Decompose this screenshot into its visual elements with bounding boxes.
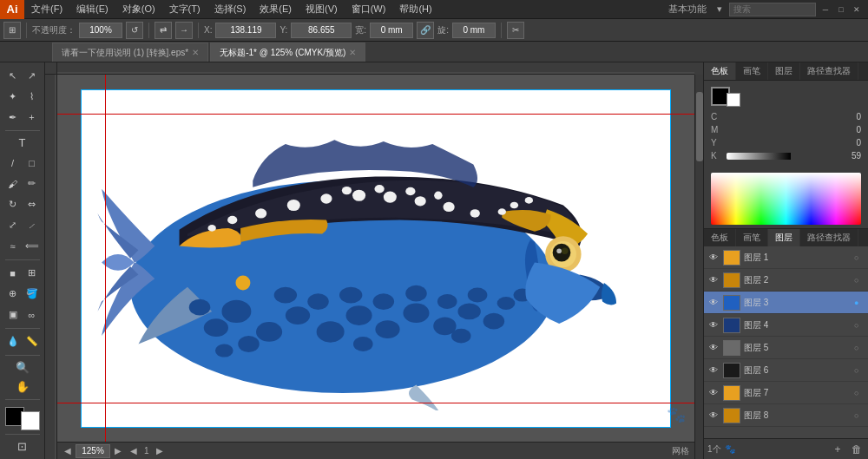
direct-selection-tool[interactable]: ↗ xyxy=(23,66,41,85)
layer-eye-2[interactable]: 👁 xyxy=(707,274,720,286)
tab-pathfinder[interactable]: 路径查找器 xyxy=(800,62,858,80)
delete-layer-btn[interactable]: 🗑 xyxy=(849,442,865,457)
layer-link-1[interactable]: ○ xyxy=(854,253,865,262)
layer-link-4[interactable]: ○ xyxy=(854,321,865,330)
menu-view[interactable]: 视图(V) xyxy=(299,0,345,19)
reflect-tool[interactable]: ⇔ xyxy=(23,195,41,214)
scrollbar-thumb-vertical[interactable] xyxy=(696,92,703,161)
k-slider-track[interactable] xyxy=(727,153,835,160)
width-tool[interactable]: ⟸ xyxy=(23,237,41,256)
lasso-tool[interactable]: ⌇ xyxy=(23,87,41,106)
tab-file2[interactable]: 无标题-1* @ 125% (CMYK/预览) ✕ xyxy=(210,43,365,62)
background-color[interactable] xyxy=(21,411,40,430)
y-input[interactable] xyxy=(291,23,352,38)
transform-icon[interactable]: ⇄ xyxy=(155,22,172,39)
layer-row-8[interactable]: 👁 图层 8 ○ xyxy=(704,404,868,427)
rect-tool[interactable]: □ xyxy=(23,154,41,173)
scissors-icon[interactable]: ✂ xyxy=(507,22,524,39)
menu-select[interactable]: 选择(S) xyxy=(207,0,253,19)
tab-swatches[interactable]: 色板 xyxy=(704,62,736,80)
layers-tab-swatches[interactable]: 色板 xyxy=(704,229,736,246)
screen-mode-btn[interactable]: ⊡ xyxy=(3,438,42,456)
layer-eye-8[interactable]: 👁 xyxy=(707,410,720,422)
layers-tab-pathfinder[interactable]: 路径查找器 xyxy=(800,229,858,246)
mesh-tool[interactable]: ⊞ xyxy=(23,264,41,283)
blend-tool[interactable]: ∞ xyxy=(23,305,41,325)
rotate-tool[interactable]: ↻ xyxy=(3,195,22,214)
zoom-out-btn[interactable]: ◀ xyxy=(62,446,73,456)
tab-file1[interactable]: 请看一下使用说明 (1) [转换].eps* ✕ xyxy=(52,43,208,62)
layer-row-3[interactable]: 👁 图层 3 ● xyxy=(704,292,868,314)
canvas-area[interactable]: ◀ ▶ ◀ 1 ▶ 网格 🐾 xyxy=(57,75,694,459)
layer-row-5[interactable]: 👁 图层 5 ○ xyxy=(704,337,868,359)
add-anchor-tool[interactable]: + xyxy=(23,108,41,127)
layer-eye-5[interactable]: 👁 xyxy=(707,342,720,354)
pencil-tool[interactable]: ✏ xyxy=(23,174,41,193)
zoom-in-btn[interactable]: ▶ xyxy=(113,446,123,456)
eyedropper-tool[interactable]: 💧 xyxy=(3,332,22,351)
menu-window[interactable]: 窗口(W) xyxy=(345,0,393,19)
layer-eye-7[interactable]: 👁 xyxy=(707,387,720,399)
layer-eye-6[interactable]: 👁 xyxy=(707,364,720,377)
w-input[interactable] xyxy=(370,23,413,38)
pen-tool[interactable]: ✒ xyxy=(3,108,22,127)
tab-layers[interactable]: 图层 xyxy=(768,62,800,80)
perspective-tool[interactable]: ▣ xyxy=(3,305,22,325)
layer-row-4[interactable]: 👁 图层 4 ○ xyxy=(704,314,868,337)
right-scrollbar[interactable] xyxy=(694,75,703,459)
layer-row-1[interactable]: 👁 图层 1 ○ xyxy=(704,246,868,269)
layer-row-6[interactable]: 👁 图层 6 ○ xyxy=(704,359,868,382)
menu-object[interactable]: 对象(O) xyxy=(115,0,162,19)
warp-tool[interactable]: ≈ xyxy=(3,237,22,256)
reset-icon[interactable]: ↺ xyxy=(126,22,143,39)
layer-link-6[interactable]: ○ xyxy=(854,366,865,375)
c-slider-track[interactable] xyxy=(727,114,835,121)
layer-row-7[interactable]: 👁 图层 7 ○ xyxy=(704,382,868,404)
line-tool[interactable]: / xyxy=(3,154,22,173)
page-nav-prev[interactable]: ◀ xyxy=(130,446,137,456)
layer-row-2[interactable]: 👁 图层 2 ○ xyxy=(704,269,868,292)
gradient-tool[interactable]: ■ xyxy=(3,264,22,283)
layer-link-5[interactable]: ○ xyxy=(854,344,865,352)
menu-edit[interactable]: 编辑(E) xyxy=(69,0,115,19)
arrow-icon[interactable]: → xyxy=(175,22,193,39)
tab-file1-close[interactable]: ✕ xyxy=(192,48,199,57)
menu-file[interactable]: 文件(F) xyxy=(24,0,69,19)
layers-tab-layers[interactable]: 图层 xyxy=(768,229,800,246)
transparency-input[interactable] xyxy=(79,23,122,38)
link-icon[interactable]: 🔗 xyxy=(417,22,434,39)
grid-tool-btn[interactable]: ⊞ xyxy=(3,22,21,39)
layer-eye-1[interactable]: 👁 xyxy=(707,252,720,264)
shape-builder-tool[interactable]: ⊕ xyxy=(3,285,22,304)
menu-text[interactable]: 文字(T) xyxy=(162,0,207,19)
color-spectrum[interactable] xyxy=(711,173,861,225)
close-button[interactable]: ✕ xyxy=(851,3,863,16)
live-paint-tool[interactable]: 🪣 xyxy=(23,285,41,304)
tab-file2-close[interactable]: ✕ xyxy=(349,48,356,57)
type-tool[interactable]: T xyxy=(3,134,42,152)
selection-tool[interactable]: ↖ xyxy=(3,66,22,85)
search-input[interactable] xyxy=(729,3,816,16)
x-input[interactable] xyxy=(215,23,276,38)
measure-tool[interactable]: 📏 xyxy=(23,332,41,351)
background-swatch[interactable] xyxy=(727,93,740,107)
maximize-button[interactable]: □ xyxy=(835,3,847,16)
menu-help[interactable]: 帮助(H) xyxy=(392,0,438,19)
rotate-input[interactable] xyxy=(452,23,496,38)
tab-brushes[interactable]: 画笔 xyxy=(736,62,768,80)
y-slider-track[interactable] xyxy=(727,140,835,147)
shear-tool[interactable]: ⟋ xyxy=(23,216,41,235)
page-nav-next[interactable]: ▶ xyxy=(156,446,163,456)
scale-tool[interactable]: ⤢ xyxy=(3,216,22,235)
paintbrush-tool[interactable]: 🖌 xyxy=(3,174,22,193)
new-layer-btn[interactable]: + xyxy=(830,442,845,457)
layer-link-7[interactable]: ○ xyxy=(854,389,865,397)
zoom-tool[interactable]: 🔍 xyxy=(3,359,42,377)
magic-wand-tool[interactable]: ✦ xyxy=(3,87,22,106)
layer-link-2[interactable]: ○ xyxy=(854,276,865,285)
layer-eye-3[interactable]: 👁 xyxy=(707,297,720,309)
minimize-button[interactable]: ─ xyxy=(819,3,832,16)
layer-link-8[interactable]: ○ xyxy=(854,411,865,420)
workspace-dropdown-icon[interactable]: ▾ xyxy=(713,3,726,15)
hand-tool[interactable]: ✋ xyxy=(3,378,42,396)
